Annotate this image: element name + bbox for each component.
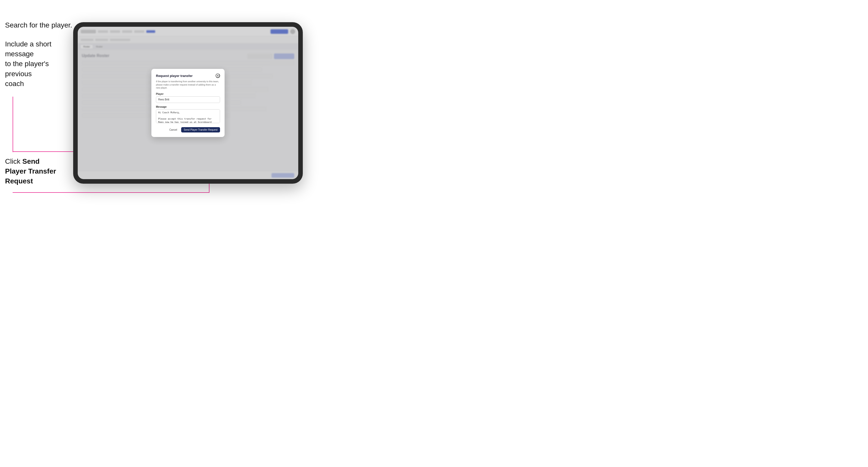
modal-overlay: Request player transfer ✕ If the player … (78, 27, 298, 179)
modal-description: If the player is transferring from anoth… (156, 80, 220, 90)
modal-player-label: Player (156, 93, 220, 95)
modal-close-button[interactable]: ✕ (216, 73, 220, 78)
annotation-click-arrow-h (12, 192, 210, 193)
annotation-click: Click Send Player Transfer Request (5, 156, 61, 186)
annotation-message: Include a short messageto the player's p… (5, 39, 71, 89)
tablet-screen: Roster Roster Update Roster (78, 27, 298, 179)
request-transfer-modal: Request player transfer ✕ If the player … (151, 69, 224, 137)
modal-footer: Cancel Send Player Transfer Request (156, 127, 220, 132)
modal-message-label: Message (156, 105, 220, 108)
annotation-message-arrow-v (12, 97, 13, 152)
modal-title: Request player transfer (156, 74, 192, 78)
annotation-search: Search for the player. (5, 20, 72, 30)
message-textarea[interactable]: Hi Coach McHarg, Please accept this tran… (156, 109, 220, 123)
modal-header: Request player transfer ✕ (156, 73, 220, 78)
player-input[interactable] (156, 96, 220, 103)
send-transfer-button[interactable]: Send Player Transfer Request (181, 127, 220, 132)
tablet-device: Roster Roster Update Roster (73, 22, 303, 184)
cancel-button[interactable]: Cancel (167, 127, 179, 132)
